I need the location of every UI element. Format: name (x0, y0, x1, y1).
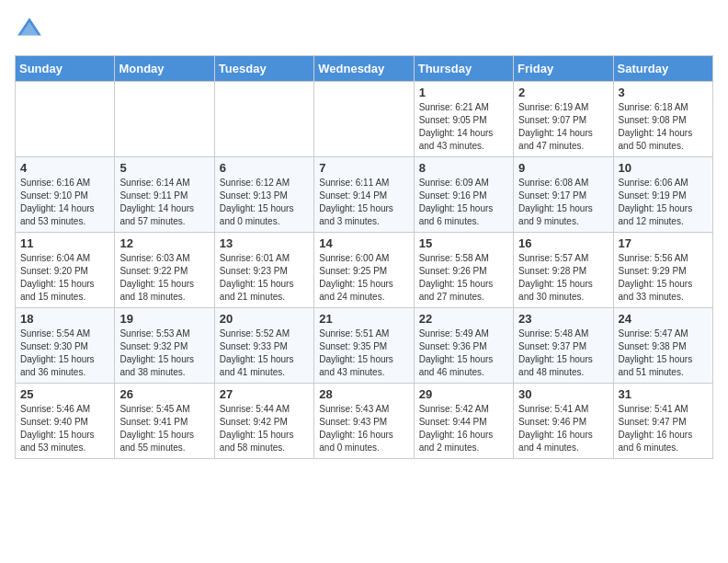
day-number: 17 (619, 236, 708, 250)
calendar-cell: 31Sunrise: 5:41 AM Sunset: 9:47 PM Dayli… (613, 384, 712, 459)
day-info: Sunrise: 5:41 AM Sunset: 9:47 PM Dayligh… (619, 403, 708, 454)
weekday-header-monday: Monday (115, 56, 214, 82)
day-info: Sunrise: 5:56 AM Sunset: 9:29 PM Dayligh… (619, 252, 708, 304)
day-info: Sunrise: 5:51 AM Sunset: 9:35 PM Dayligh… (319, 327, 408, 379)
day-number: 30 (518, 387, 608, 401)
day-number: 22 (419, 312, 508, 326)
day-info: Sunrise: 6:19 AM Sunset: 9:07 PM Dayligh… (518, 101, 608, 153)
calendar-week-row: 11Sunrise: 6:04 AM Sunset: 9:20 PM Dayli… (16, 233, 713, 308)
day-number: 19 (119, 312, 209, 326)
day-number: 31 (619, 387, 708, 401)
day-info: Sunrise: 5:42 AM Sunset: 9:44 PM Dayligh… (419, 403, 508, 454)
calendar-cell: 11Sunrise: 6:04 AM Sunset: 9:20 PM Dayli… (16, 233, 115, 308)
calendar-table: SundayMondayTuesdayWednesdayThursdayFrid… (15, 55, 713, 459)
day-number: 5 (119, 161, 209, 175)
weekday-header-thursday: Thursday (414, 56, 513, 82)
day-number: 1 (419, 86, 508, 99)
day-number: 15 (419, 236, 508, 250)
day-number: 10 (619, 161, 708, 175)
weekday-header-saturday: Saturday (613, 56, 712, 82)
day-info: Sunrise: 6:04 AM Sunset: 9:20 PM Dayligh… (20, 252, 109, 304)
weekday-header-row: SundayMondayTuesdayWednesdayThursdayFrid… (16, 56, 713, 82)
day-info: Sunrise: 6:09 AM Sunset: 9:16 PM Dayligh… (419, 177, 508, 228)
calendar-cell (115, 82, 214, 157)
calendar-cell: 8Sunrise: 6:09 AM Sunset: 9:16 PM Daylig… (414, 157, 513, 233)
calendar-cell: 29Sunrise: 5:42 AM Sunset: 9:44 PM Dayli… (414, 384, 513, 459)
day-info: Sunrise: 5:41 AM Sunset: 9:46 PM Dayligh… (518, 403, 608, 454)
calendar-cell: 10Sunrise: 6:06 AM Sunset: 9:19 PM Dayli… (613, 157, 712, 233)
day-number: 13 (220, 236, 309, 250)
day-number: 12 (119, 236, 209, 250)
day-info: Sunrise: 5:44 AM Sunset: 9:42 PM Dayligh… (220, 403, 309, 454)
calendar-cell: 25Sunrise: 5:46 AM Sunset: 9:40 PM Dayli… (16, 384, 115, 459)
logo (15, 15, 48, 44)
day-number: 25 (20, 387, 109, 401)
calendar-cell: 14Sunrise: 6:00 AM Sunset: 9:25 PM Dayli… (314, 233, 414, 308)
logo-icon (15, 15, 44, 44)
day-number: 11 (20, 236, 109, 250)
calendar-cell: 26Sunrise: 5:45 AM Sunset: 9:41 PM Dayli… (115, 384, 214, 459)
calendar-cell (214, 82, 313, 157)
calendar-cell: 22Sunrise: 5:49 AM Sunset: 9:36 PM Dayli… (414, 308, 513, 384)
day-info: Sunrise: 6:00 AM Sunset: 9:25 PM Dayligh… (319, 252, 408, 304)
day-info: Sunrise: 6:08 AM Sunset: 9:17 PM Dayligh… (518, 177, 608, 228)
calendar-cell: 24Sunrise: 5:47 AM Sunset: 9:38 PM Dayli… (613, 308, 712, 384)
day-number: 18 (20, 312, 109, 326)
day-info: Sunrise: 5:49 AM Sunset: 9:36 PM Dayligh… (419, 327, 508, 379)
calendar-week-row: 18Sunrise: 5:54 AM Sunset: 9:30 PM Dayli… (16, 308, 713, 384)
calendar-cell: 1Sunrise: 6:21 AM Sunset: 9:05 PM Daylig… (414, 82, 513, 157)
day-info: Sunrise: 5:58 AM Sunset: 9:26 PM Dayligh… (419, 252, 508, 304)
weekday-header-sunday: Sunday (16, 56, 115, 82)
calendar-cell (314, 82, 414, 157)
day-number: 6 (220, 161, 309, 175)
day-info: Sunrise: 5:47 AM Sunset: 9:38 PM Dayligh… (619, 327, 708, 379)
calendar-cell: 21Sunrise: 5:51 AM Sunset: 9:35 PM Dayli… (314, 308, 414, 384)
calendar-cell: 9Sunrise: 6:08 AM Sunset: 9:17 PM Daylig… (514, 157, 613, 233)
day-info: Sunrise: 5:46 AM Sunset: 9:40 PM Dayligh… (20, 403, 109, 454)
day-info: Sunrise: 5:52 AM Sunset: 9:33 PM Dayligh… (220, 327, 309, 379)
day-number: 16 (518, 236, 608, 250)
day-number: 29 (419, 387, 508, 401)
day-number: 26 (119, 387, 209, 401)
calendar-week-row: 25Sunrise: 5:46 AM Sunset: 9:40 PM Dayli… (16, 384, 713, 459)
day-number: 9 (518, 161, 608, 175)
day-number: 20 (220, 312, 309, 326)
day-info: Sunrise: 6:01 AM Sunset: 9:23 PM Dayligh… (220, 252, 309, 304)
day-info: Sunrise: 6:12 AM Sunset: 9:13 PM Dayligh… (220, 177, 309, 228)
calendar-cell: 18Sunrise: 5:54 AM Sunset: 9:30 PM Dayli… (16, 308, 115, 384)
day-info: Sunrise: 5:57 AM Sunset: 9:28 PM Dayligh… (518, 252, 608, 304)
calendar-cell (16, 82, 115, 157)
day-info: Sunrise: 6:03 AM Sunset: 9:22 PM Dayligh… (119, 252, 209, 304)
calendar-cell: 12Sunrise: 6:03 AM Sunset: 9:22 PM Dayli… (115, 233, 214, 308)
day-number: 2 (518, 86, 608, 99)
weekday-header-tuesday: Tuesday (214, 56, 313, 82)
day-number: 14 (319, 236, 408, 250)
calendar-cell: 3Sunrise: 6:18 AM Sunset: 9:08 PM Daylig… (613, 82, 712, 157)
weekday-header-friday: Friday (514, 56, 613, 82)
day-info: Sunrise: 5:48 AM Sunset: 9:37 PM Dayligh… (518, 327, 608, 379)
calendar-cell: 7Sunrise: 6:11 AM Sunset: 9:14 PM Daylig… (314, 157, 414, 233)
calendar-week-row: 1Sunrise: 6:21 AM Sunset: 9:05 PM Daylig… (16, 82, 713, 157)
day-number: 27 (220, 387, 309, 401)
calendar-cell: 6Sunrise: 6:12 AM Sunset: 9:13 PM Daylig… (214, 157, 313, 233)
calendar-cell: 4Sunrise: 6:16 AM Sunset: 9:10 PM Daylig… (16, 157, 115, 233)
calendar-week-row: 4Sunrise: 6:16 AM Sunset: 9:10 PM Daylig… (16, 157, 713, 233)
day-info: Sunrise: 6:18 AM Sunset: 9:08 PM Dayligh… (619, 101, 708, 153)
calendar-cell: 2Sunrise: 6:19 AM Sunset: 9:07 PM Daylig… (514, 82, 613, 157)
day-number: 28 (319, 387, 408, 401)
day-info: Sunrise: 6:06 AM Sunset: 9:19 PM Dayligh… (619, 177, 708, 228)
day-number: 7 (319, 161, 408, 175)
day-info: Sunrise: 5:54 AM Sunset: 9:30 PM Dayligh… (20, 327, 109, 379)
calendar-cell: 5Sunrise: 6:14 AM Sunset: 9:11 PM Daylig… (115, 157, 214, 233)
day-info: Sunrise: 6:21 AM Sunset: 9:05 PM Dayligh… (419, 101, 508, 153)
calendar-cell: 30Sunrise: 5:41 AM Sunset: 9:46 PM Dayli… (514, 384, 613, 459)
calendar-cell: 16Sunrise: 5:57 AM Sunset: 9:28 PM Dayli… (514, 233, 613, 308)
day-info: Sunrise: 6:11 AM Sunset: 9:14 PM Dayligh… (319, 177, 408, 228)
day-info: Sunrise: 5:45 AM Sunset: 9:41 PM Dayligh… (119, 403, 209, 454)
day-info: Sunrise: 6:14 AM Sunset: 9:11 PM Dayligh… (119, 177, 209, 228)
day-info: Sunrise: 6:16 AM Sunset: 9:10 PM Dayligh… (20, 177, 109, 228)
calendar-cell: 17Sunrise: 5:56 AM Sunset: 9:29 PM Dayli… (613, 233, 712, 308)
day-number: 8 (419, 161, 508, 175)
calendar-cell: 20Sunrise: 5:52 AM Sunset: 9:33 PM Dayli… (214, 308, 313, 384)
day-number: 23 (518, 312, 608, 326)
